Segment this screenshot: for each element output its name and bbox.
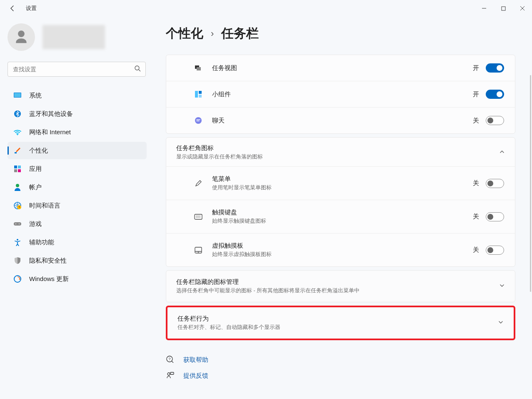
sidebar-item-label: 网络和 Internet xyxy=(29,128,71,136)
section-desc: 显示或隐藏显示在任务栏角落的图标 xyxy=(176,153,499,161)
sidebar-item-bluetooth[interactable]: 蓝牙和其他设备 xyxy=(7,105,147,123)
gamepad-icon xyxy=(13,220,22,228)
chevron-down-icon xyxy=(499,283,505,290)
setting-desc: 使用笔时显示笔菜单图标 xyxy=(212,184,272,191)
section-title: 任务栏隐藏的图标管理 xyxy=(176,278,499,286)
setting-row-chat: 聊天 关 xyxy=(166,108,515,133)
sidebar-item-label: 隐私和安全性 xyxy=(29,257,67,265)
svg-rect-22 xyxy=(197,67,201,70)
chat-icon xyxy=(194,116,203,125)
close-button[interactable] xyxy=(513,0,532,17)
svg-point-2 xyxy=(135,66,139,70)
minimize-button[interactable] xyxy=(475,0,494,17)
wifi-icon xyxy=(13,128,22,136)
sidebar-item-privacy[interactable]: 隐私和安全性 xyxy=(7,252,147,269)
svg-point-13 xyxy=(16,184,19,187)
toggle-state-label: 关 xyxy=(473,213,479,221)
chevron-right-icon: › xyxy=(211,28,214,39)
sidebar-item-label: 辅助功能 xyxy=(29,238,54,246)
search-icon xyxy=(134,65,141,73)
back-button[interactable] xyxy=(7,3,18,14)
feedback-icon xyxy=(166,371,175,380)
touchpad-icon xyxy=(194,246,203,255)
paintbrush-icon xyxy=(13,146,22,155)
svg-point-26 xyxy=(195,117,202,124)
toggle-pen-menu[interactable] xyxy=(486,179,504,188)
toggle-state-label: 关 xyxy=(473,117,479,125)
toggle-state-label: 关 xyxy=(473,246,479,254)
toggle-state-label: 关 xyxy=(473,179,479,187)
toggle-chat[interactable] xyxy=(486,116,504,125)
widgets-icon xyxy=(194,90,203,99)
sidebar-item-time-language[interactable]: 时间和语言 xyxy=(7,197,147,214)
svg-rect-9 xyxy=(14,166,17,168)
sidebar-item-personalization[interactable]: 个性化 xyxy=(7,142,147,159)
setting-label: 笔菜单 xyxy=(212,175,272,183)
svg-rect-5 xyxy=(14,93,21,97)
link-get-help[interactable]: ? 获取帮助 xyxy=(166,355,515,364)
svg-rect-23 xyxy=(195,91,198,98)
shield-icon xyxy=(13,256,22,265)
section-corner-icons[interactable]: 任务栏角图标 显示或隐藏显示在任务栏角落的图标 xyxy=(166,138,515,167)
breadcrumb-parent[interactable]: 个性化 xyxy=(166,25,203,42)
setting-row-pen-menu: 笔菜单 使用笔时显示笔菜单图标 关 xyxy=(166,167,515,200)
toggle-widgets[interactable] xyxy=(486,90,504,99)
chevron-down-icon xyxy=(498,319,504,327)
toggle-task-view[interactable] xyxy=(486,63,504,73)
section-overflow-icons[interactable]: 任务栏隐藏的图标管理 选择任务栏角中可能显示的图标 - 所有其他图标将显示在任务… xyxy=(166,270,515,302)
apps-icon xyxy=(13,165,22,173)
sidebar-item-apps[interactable]: 应用 xyxy=(7,160,147,178)
sidebar-item-label: 个性化 xyxy=(29,147,48,155)
user-profile[interactable] xyxy=(7,23,147,51)
pen-icon xyxy=(194,179,203,188)
svg-rect-11 xyxy=(14,169,17,172)
link-label: 获取帮助 xyxy=(183,356,208,364)
window-title: 设置 xyxy=(26,5,37,12)
setting-row-widgets: 小组件 开 xyxy=(166,81,515,108)
link-feedback[interactable]: 提供反馈 xyxy=(166,371,515,380)
svg-point-35 xyxy=(167,373,170,375)
toggle-state-label: 开 xyxy=(473,90,479,98)
svg-rect-10 xyxy=(18,166,21,168)
section-title: 任务栏角图标 xyxy=(176,144,499,152)
sidebar-item-windows-update[interactable]: Windows 更新 xyxy=(7,270,147,288)
sidebar-item-label: 帐户 xyxy=(29,183,42,191)
search-input[interactable] xyxy=(7,62,146,77)
setting-desc: 始终显示虚拟触摸板图标 xyxy=(212,251,272,258)
setting-label: 小组件 xyxy=(212,90,231,98)
setting-desc: 始终显示触摸键盘图标 xyxy=(212,218,266,225)
toggle-virtual-touchpad[interactable] xyxy=(486,246,504,255)
monitor-icon xyxy=(13,91,22,100)
sidebar-item-accessibility[interactable]: 辅助功能 xyxy=(7,233,147,251)
setting-label: 虚拟触摸板 xyxy=(212,242,272,250)
sidebar-item-label: 蓝牙和其他设备 xyxy=(29,110,73,118)
svg-text:?: ? xyxy=(168,357,170,361)
svg-point-19 xyxy=(17,239,18,241)
svg-line-3 xyxy=(139,70,140,71)
svg-rect-25 xyxy=(199,95,202,98)
svg-rect-27 xyxy=(195,214,202,219)
user-name-redacted xyxy=(42,25,105,49)
sidebar-item-label: 应用 xyxy=(29,165,42,173)
sidebar-item-label: Windows 更新 xyxy=(29,275,69,283)
sidebar-item-network[interactable]: 网络和 Internet xyxy=(7,123,147,141)
link-label: 提供反馈 xyxy=(183,372,208,380)
sidebar-item-accounts[interactable]: 帐户 xyxy=(7,178,147,196)
sidebar-item-gaming[interactable]: 游戏 xyxy=(7,215,147,233)
setting-row-task-view: 任务视图 开 xyxy=(166,55,515,81)
svg-rect-16 xyxy=(14,222,21,226)
task-view-icon xyxy=(194,63,203,73)
search-box[interactable] xyxy=(7,62,146,77)
update-icon xyxy=(13,275,22,283)
sidebar-item-label: 时间和语言 xyxy=(29,202,60,210)
section-taskbar-behavior[interactable]: 任务栏行为 任务栏对齐、标记、自动隐藏和多个显示器 xyxy=(166,306,515,340)
sidebar-item-system[interactable]: 系统 xyxy=(7,87,147,104)
toggle-state-label: 开 xyxy=(473,64,479,72)
sidebar-item-label: 系统 xyxy=(29,92,42,100)
toggle-touch-keyboard[interactable] xyxy=(486,212,504,221)
svg-point-17 xyxy=(15,223,16,224)
accessibility-icon xyxy=(13,238,22,246)
scrollbar[interactable] xyxy=(530,75,531,292)
maximize-button[interactable] xyxy=(494,0,513,17)
setting-label: 任务视图 xyxy=(212,64,237,72)
